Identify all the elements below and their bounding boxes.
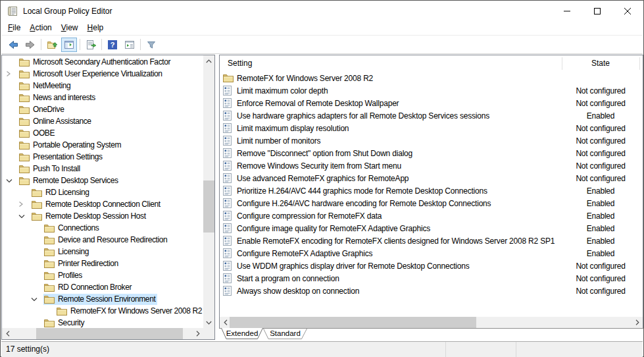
expand-toggle[interactable] bbox=[43, 305, 56, 317]
policy-setting-icon bbox=[223, 148, 232, 158]
tree-item[interactable]: Microsoft Secondary Authentication Facto… bbox=[2, 56, 203, 68]
settings-row[interactable]: Configure compression for RemoteFX data … bbox=[220, 209, 643, 222]
tree-item[interactable]: RemoteFX for Windows Server 2008 R2 bbox=[2, 305, 203, 317]
tree-item[interactable]: Device and Resource Redirection bbox=[2, 234, 203, 246]
column-header-state[interactable]: State bbox=[562, 55, 639, 72]
expand-toggle[interactable] bbox=[6, 68, 18, 80]
scrollbar-thumb[interactable] bbox=[36, 328, 183, 339]
expand-toggle[interactable] bbox=[6, 139, 18, 151]
expand-toggle[interactable] bbox=[18, 186, 31, 198]
column-separator[interactable] bbox=[639, 57, 640, 70]
column-header-setting[interactable]: Setting bbox=[228, 55, 252, 72]
help-button[interactable]: ? bbox=[104, 38, 121, 52]
column-separator[interactable] bbox=[562, 57, 562, 70]
scroll-right-arrow[interactable] bbox=[632, 317, 643, 328]
scroll-left-arrow[interactable] bbox=[2, 328, 13, 339]
expand-toggle[interactable] bbox=[31, 234, 43, 246]
settings-row[interactable]: RemoteFX for Windows Server 2008 R2 bbox=[220, 72, 643, 84]
expand-toggle[interactable] bbox=[18, 210, 31, 222]
settings-row[interactable]: Limit maximum display resolution Not con… bbox=[220, 122, 643, 134]
menu-view[interactable]: View bbox=[57, 21, 83, 35]
tree-item[interactable]: RD Connection Broker bbox=[2, 281, 203, 293]
expand-toggle[interactable] bbox=[31, 281, 43, 293]
settings-row[interactable]: Remove Windows Security item from Start … bbox=[220, 159, 643, 172]
settings-row[interactable]: Limit number of monitors Not configured bbox=[220, 134, 643, 147]
settings-row[interactable]: Configure RemoteFX Adaptive Graphics Ena… bbox=[220, 247, 643, 260]
tree-item[interactable]: NetMeeting bbox=[2, 80, 203, 92]
up-one-level-button[interactable] bbox=[43, 38, 61, 52]
scrollbar-thumb[interactable] bbox=[230, 317, 476, 328]
list-horizontal-scrollbar[interactable] bbox=[220, 317, 643, 328]
expand-toggle[interactable] bbox=[6, 80, 18, 92]
scrollbar-thumb[interactable] bbox=[203, 180, 214, 233]
tree-item-label: Device and Resource Redirection bbox=[58, 235, 167, 244]
tree-item[interactable]: Security bbox=[2, 317, 203, 328]
menu-file[interactable]: File bbox=[3, 21, 25, 35]
filter-button[interactable] bbox=[143, 38, 160, 52]
tab-standard[interactable]: Standard bbox=[263, 329, 307, 341]
tree-item[interactable]: Remote Desktop Session Host bbox=[2, 210, 203, 222]
settings-row[interactable]: Always show desktop on connection Not co… bbox=[220, 285, 643, 297]
tree-horizontal-scrollbar[interactable] bbox=[2, 328, 203, 339]
minimize-button[interactable] bbox=[552, 1, 582, 21]
menu-help[interactable]: Help bbox=[83, 21, 109, 35]
tree-item[interactable]: Microsoft User Experience Virtualization bbox=[2, 68, 203, 80]
settings-row[interactable]: Prioritize H.264/AVC 444 graphics mode f… bbox=[220, 184, 643, 197]
scroll-down-arrow[interactable] bbox=[203, 317, 214, 328]
expand-toggle[interactable] bbox=[6, 127, 18, 139]
tree-item[interactable]: Portable Operating System bbox=[2, 139, 203, 151]
expand-toggle[interactable] bbox=[31, 269, 43, 281]
close-button[interactable] bbox=[612, 1, 643, 21]
settings-row[interactable]: Use WDDM graphics display driver for Rem… bbox=[220, 260, 643, 272]
tree-item[interactable]: Printer Redirection bbox=[2, 258, 203, 269]
expand-toggle[interactable] bbox=[6, 163, 18, 175]
tree-item[interactable]: Remote Desktop Services bbox=[2, 175, 203, 186]
expand-toggle[interactable] bbox=[6, 92, 18, 103]
back-button[interactable] bbox=[5, 38, 22, 52]
tree-vertical-scrollbar[interactable] bbox=[203, 55, 214, 328]
tree-item[interactable]: OneDrive bbox=[2, 103, 203, 115]
tree-item[interactable]: Profiles bbox=[2, 269, 203, 281]
tree-item[interactable]: Remote Session Environment bbox=[2, 293, 203, 305]
settings-row[interactable]: Limit maximum color depth Not configured bbox=[220, 84, 643, 97]
settings-row[interactable]: Start a program on connection Not config… bbox=[220, 272, 643, 285]
chevron-down-icon bbox=[18, 213, 25, 219]
expand-toggle[interactable] bbox=[6, 103, 18, 115]
expand-toggle[interactable] bbox=[31, 246, 43, 258]
tree-item[interactable]: Online Assistance bbox=[2, 115, 203, 127]
tree-item[interactable]: Remote Desktop Connection Client bbox=[2, 198, 203, 210]
tree-item[interactable]: Licensing bbox=[2, 246, 203, 258]
tab-extended[interactable]: Extended bbox=[221, 328, 263, 340]
settings-row[interactable]: Configure H.264/AVC hardware encoding fo… bbox=[220, 197, 643, 209]
tree-item[interactable]: Presentation Settings bbox=[2, 151, 203, 163]
show-window-button[interactable] bbox=[121, 38, 138, 52]
settings-row[interactable]: Use hardware graphics adapters for all R… bbox=[220, 109, 643, 122]
scroll-right-arrow[interactable] bbox=[192, 328, 203, 339]
scroll-up-arrow[interactable] bbox=[203, 55, 214, 67]
settings-row[interactable]: Enable RemoteFX encoding for RemoteFX cl… bbox=[220, 234, 643, 247]
expand-toggle[interactable] bbox=[6, 115, 18, 127]
settings-row[interactable]: Configure image quality for RemoteFX Ada… bbox=[220, 222, 643, 234]
expand-toggle[interactable] bbox=[6, 56, 18, 68]
expand-toggle[interactable] bbox=[6, 175, 18, 186]
forward-button[interactable] bbox=[22, 38, 39, 52]
show-hide-console-tree-button[interactable] bbox=[61, 38, 77, 52]
expand-toggle[interactable] bbox=[31, 258, 43, 269]
settings-row[interactable]: Enforce Removal of Remote Desktop Wallpa… bbox=[220, 97, 643, 109]
expand-toggle[interactable] bbox=[31, 222, 43, 234]
export-list-button[interactable] bbox=[82, 38, 99, 52]
tree-item[interactable]: Connections bbox=[2, 222, 203, 234]
maximize-button[interactable] bbox=[582, 1, 612, 21]
tree-item[interactable]: OOBE bbox=[2, 127, 203, 139]
expand-toggle[interactable] bbox=[31, 293, 43, 305]
tree-item[interactable]: Push To Install bbox=[2, 163, 203, 175]
tree-item[interactable]: RD Licensing bbox=[2, 186, 203, 198]
menu-action[interactable]: Action bbox=[25, 21, 56, 35]
expand-toggle[interactable] bbox=[6, 151, 18, 163]
tree-item[interactable]: News and interests bbox=[2, 92, 203, 103]
title-bar[interactable]: Local Group Policy Editor bbox=[1, 1, 643, 21]
expand-toggle[interactable] bbox=[18, 198, 31, 210]
settings-row[interactable]: Use advanced RemoteFX graphics for Remot… bbox=[220, 172, 643, 184]
settings-row[interactable]: Remove "Disconnect" option from Shut Dow… bbox=[220, 147, 643, 159]
expand-toggle[interactable] bbox=[31, 317, 43, 328]
